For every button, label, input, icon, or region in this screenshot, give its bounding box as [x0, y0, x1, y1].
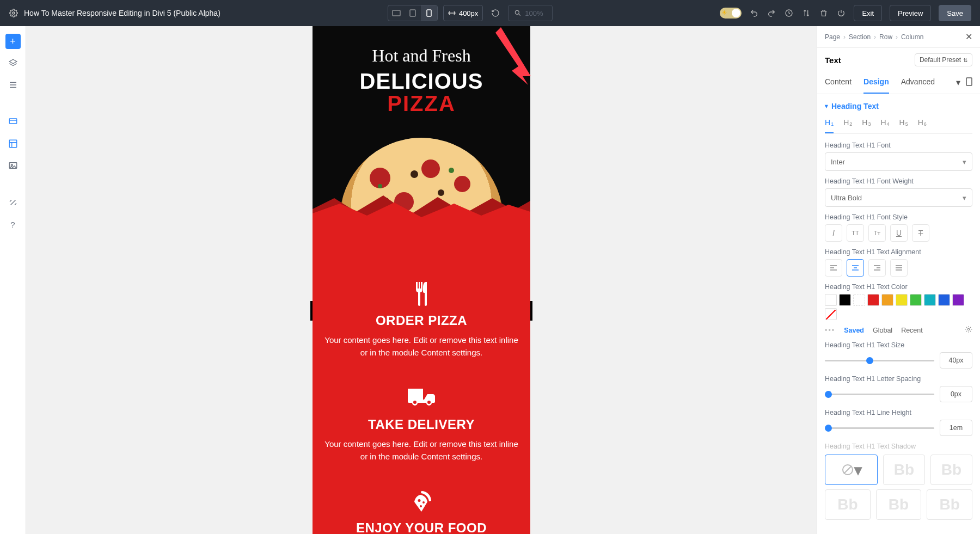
align-left[interactable] — [825, 259, 842, 277]
tab-device-icon[interactable] — [966, 77, 972, 88]
zoom-input[interactable] — [508, 5, 553, 21]
crumb-section[interactable]: Section — [849, 33, 871, 41]
swatch-empty[interactable] — [853, 294, 865, 306]
accordion-heading-text[interactable]: Heading Text — [825, 102, 972, 111]
layers-icon[interactable] — [5, 56, 21, 71]
preview-button[interactable]: Preview — [890, 5, 931, 21]
shadow-presets: Bb Bb — [825, 455, 972, 485]
swatch-purple[interactable] — [952, 294, 964, 306]
lh-slider[interactable] — [825, 427, 934, 429]
shadow-preset-2[interactable]: Bb — [930, 455, 972, 485]
ls-label: Heading Text H1 Letter Spacing — [825, 375, 972, 383]
color-settings-icon[interactable] — [965, 326, 972, 335]
redo-icon[interactable] — [767, 8, 776, 18]
zoom-value-field[interactable] — [525, 9, 547, 17]
color-tab-saved[interactable]: Saved — [844, 327, 864, 334]
uppercase-button[interactable]: TT — [847, 224, 864, 242]
align-right[interactable] — [868, 259, 886, 277]
shadow-none[interactable] — [825, 455, 878, 485]
color-tab-recent[interactable]: Recent — [901, 327, 923, 334]
swatch-none[interactable] — [825, 308, 837, 320]
heading-h1[interactable]: H1 — [825, 115, 834, 133]
swatch-teal[interactable] — [924, 294, 936, 306]
resize-handle-right[interactable] — [530, 301, 532, 321]
mobile-canvas[interactable]: Hot and Fresh DELICIOUS PIZZA — [313, 26, 530, 534]
device-desktop[interactable] — [388, 5, 405, 21]
heading-h3[interactable]: H3 — [862, 115, 871, 133]
tools-icon[interactable] — [5, 195, 21, 210]
swatch-yellow[interactable] — [896, 294, 908, 306]
color-label: Heading Text H1 Text Color — [825, 283, 972, 291]
heading-h4[interactable]: H4 — [880, 115, 889, 133]
wireframe2-icon[interactable] — [5, 136, 21, 151]
canvas-area: Hot and Fresh DELICIOUS PIZZA — [26, 26, 817, 534]
sort-icon[interactable] — [801, 8, 811, 18]
underline-button[interactable]: U — [890, 224, 908, 242]
wireframe-icon[interactable] — [5, 114, 21, 130]
shadow-preset-5[interactable]: Bb — [927, 489, 972, 520]
panel-scroll[interactable]: Heading Text H1 H2 H3 H4 H5 H6 Heading T… — [817, 94, 980, 534]
swatch-red[interactable] — [867, 294, 879, 306]
viewport-width-input[interactable]: 400px — [443, 5, 483, 21]
align-justify[interactable] — [890, 259, 908, 277]
settings-gear-icon[interactable] — [9, 9, 19, 17]
module-header: Text Default Preset⇅ — [817, 48, 980, 72]
swatch-orange[interactable] — [881, 294, 893, 306]
svg-point-11 — [967, 328, 970, 330]
ls-slider[interactable] — [825, 394, 934, 395]
italic-button[interactable]: I — [825, 224, 842, 242]
lh-value[interactable]: 1em — [940, 420, 972, 436]
smallcaps-button[interactable]: Tᴛ — [868, 224, 886, 242]
shadow-preset-1[interactable]: Bb — [883, 455, 925, 485]
tab-dropdown-icon[interactable]: ▾ — [956, 77, 960, 88]
font-style-buttons: I TT Tᴛ U T — [825, 224, 972, 242]
align-label: Heading Text H1 Text Alignment — [825, 248, 972, 256]
trash-icon[interactable] — [819, 8, 829, 18]
ls-value[interactable]: 0px — [940, 386, 972, 402]
theme-toggle[interactable] — [720, 8, 742, 19]
crumb-column[interactable]: Column — [901, 33, 923, 41]
tab-content[interactable]: Content — [825, 72, 852, 94]
image-icon[interactable] — [5, 158, 21, 173]
exit-button[interactable]: Exit — [854, 5, 882, 21]
shadow-preset-4[interactable]: Bb — [876, 489, 922, 520]
history-icon[interactable] — [784, 8, 794, 18]
device-phone[interactable] — [421, 5, 437, 21]
swatch-white[interactable] — [825, 294, 837, 306]
topbar-actions: Exit Preview Save — [720, 5, 971, 21]
color-tab-global[interactable]: Global — [873, 327, 892, 334]
tab-advanced[interactable]: Advanced — [901, 72, 935, 94]
weight-select[interactable]: Ultra Bold — [825, 188, 972, 207]
swatch-blue[interactable] — [938, 294, 950, 306]
heading-h5[interactable]: H5 — [899, 115, 908, 133]
color-swatches — [825, 294, 972, 320]
svg-rect-2 — [410, 10, 415, 16]
list-icon[interactable] — [5, 77, 21, 93]
close-panel-icon[interactable]: ✕ — [965, 32, 972, 42]
crumb-row[interactable]: Row — [879, 33, 892, 41]
align-center[interactable] — [847, 259, 864, 277]
svg-rect-6 — [9, 119, 17, 124]
size-slider[interactable] — [825, 360, 934, 361]
save-button[interactable]: Save — [939, 5, 971, 21]
shadow-preset-3[interactable]: Bb — [825, 489, 871, 520]
swatch-black[interactable] — [839, 294, 851, 306]
add-button[interactable]: + — [5, 34, 21, 49]
settings-tabs: Content Design Advanced ▾ — [817, 72, 980, 94]
help-icon[interactable]: ? — [5, 217, 21, 232]
preset-selector[interactable]: Default Preset⇅ — [915, 53, 972, 66]
reset-width-icon[interactable] — [487, 5, 504, 21]
heading-h2[interactable]: H2 — [843, 115, 852, 133]
heading-h6[interactable]: H6 — [918, 115, 927, 133]
crumb-page[interactable]: Page — [825, 33, 840, 41]
swatch-green[interactable] — [910, 294, 922, 306]
settings-panel: Page› Section› Row› Column ✕ Text Defaul… — [817, 26, 980, 534]
size-value[interactable]: 40px — [940, 352, 972, 369]
strikethrough-button[interactable]: T — [912, 224, 929, 242]
tab-design[interactable]: Design — [863, 72, 889, 94]
font-select[interactable]: Inter — [825, 152, 972, 171]
power-icon[interactable] — [836, 8, 846, 18]
color-more-icon[interactable]: ••• — [825, 327, 835, 334]
undo-icon[interactable] — [749, 8, 759, 18]
device-tablet[interactable] — [405, 5, 421, 21]
